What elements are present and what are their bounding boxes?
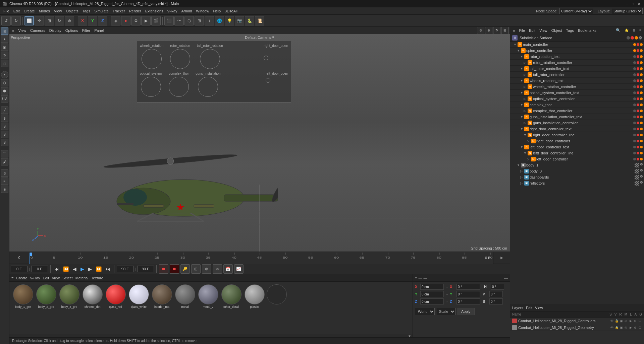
layer-play-ctrl[interactable]: ▶ [629, 319, 633, 323]
minimize-button[interactable]: ─ [625, 1, 629, 6]
scale-tool[interactable]: ⊞ [45, 16, 54, 25]
right-search-icon[interactable]: 🔍 [614, 28, 622, 33]
mat-menu-vray[interactable]: V-Ray [30, 276, 40, 280]
tree-item-ldoor-text[interactable]: ▼ N left_door_controller_text [510, 144, 644, 150]
light-tool[interactable]: 💡 [225, 16, 234, 25]
sidebar-uv[interactable]: UV [1, 95, 8, 102]
axis-x-toggle[interactable]: X [78, 16, 87, 25]
layer-render-geo[interactable]: ▣ [619, 326, 623, 330]
undo-button[interactable]: ↺ [1, 16, 11, 25]
script-btn[interactable]: 📜 [255, 16, 264, 25]
scene-tool[interactable]: 🌐 [215, 16, 224, 25]
play-end-button[interactable]: ⏭ [104, 266, 112, 272]
sidebar-spline2[interactable]: $ [1, 115, 8, 122]
scale-h-input[interactable] [491, 284, 504, 290]
viewport-options-menu[interactable]: Options [64, 28, 79, 33]
menu-view[interactable]: View [52, 8, 64, 14]
viewport-display-menu[interactable]: Display [48, 28, 63, 33]
menu-modes[interactable]: Modes [37, 8, 52, 14]
right-icon-2[interactable]: ⊕ [631, 28, 637, 32]
sidebar-select[interactable]: ⊞ [1, 27, 8, 35]
tree-item-complex-thor[interactable]: ▼ N complex_thor [510, 102, 644, 108]
mat-glass-red[interactable]: qlass_red [105, 284, 126, 308]
right-menu-tags[interactable]: Tags [565, 28, 575, 33]
tree-item-tail-text[interactable]: ▼ N tail_rotor_controller_text [510, 66, 644, 72]
layer-play-geo[interactable]: ▶ [629, 326, 633, 330]
layer-motion-ctrl[interactable]: ◎ [624, 319, 628, 323]
tree-item-spine[interactable]: ▼ N spine_controller [510, 48, 644, 54]
tree-item-rotor-ctrl[interactable]: ▷ N rotor_rotation_controller [510, 60, 644, 66]
sidebar-polys[interactable]: ⬢ [1, 87, 8, 94]
props-menu[interactable]: ≡ [415, 276, 417, 280]
layout-select[interactable]: Startup (User) [612, 8, 643, 14]
sidebar-s2[interactable]: S [1, 123, 8, 130]
viewport-nav-2[interactable]: ⊕ [485, 27, 492, 34]
mat-glass-white[interactable]: qlass_white [128, 284, 150, 308]
mat-menu-toggle[interactable]: ≡ [11, 276, 13, 280]
rot-z-input[interactable] [457, 298, 480, 304]
sidebar-brush[interactable]: ⌒ [1, 150, 8, 157]
record-key[interactable]: ⏺ [159, 264, 168, 274]
tree-item-guns-ctrl[interactable]: ▷ N guns_installation_controller [510, 120, 644, 126]
menu-3dtoall[interactable]: 3DToAll [223, 8, 239, 14]
mat-body2[interactable]: body_2_gre [35, 284, 57, 308]
hud-circle-rotor[interactable] [170, 49, 190, 69]
layer-lock-ctrl[interactable]: 🔒 [614, 319, 619, 323]
viewport-nav-1[interactable]: ⊙ [477, 27, 484, 34]
viewport-nav-3[interactable]: ↻ [493, 27, 500, 34]
mat-chrome[interactable]: chrome_det [82, 284, 103, 308]
tree-item-ldoor-ctrl[interactable]: ▷ N left_door_controller [510, 156, 644, 162]
sidebar-tool-4[interactable]: ◻ [1, 60, 8, 67]
render-settings[interactable]: ⚙ [131, 16, 141, 25]
pos-x-input[interactable] [420, 284, 444, 290]
layer-render-ctrl[interactable]: ▣ [619, 319, 623, 323]
menu-objects[interactable]: Objects [64, 8, 80, 14]
menu-create[interactable]: Create [22, 8, 37, 14]
viewport-filter-menu[interactable]: Filter [81, 28, 92, 33]
hud-circle-wheels[interactable] [142, 49, 162, 69]
anim-record[interactable]: ● [121, 16, 130, 25]
mat-body1[interactable]: body_1_gre [12, 284, 34, 308]
mat-other[interactable]: other_detail [220, 284, 242, 308]
key-sel[interactable]: ⊕ [202, 264, 211, 274]
scale-b-input[interactable] [489, 298, 503, 304]
hud-circle-optical[interactable] [141, 77, 161, 97]
scene-tree[interactable]: ▼ N main_controller ▼ N spine_controller [510, 42, 644, 304]
layer-geo-geo[interactable]: ⬡ [638, 326, 642, 330]
layers-menu-edit[interactable]: Edit [526, 306, 532, 310]
render-vp[interactable]: 🎬 [151, 16, 161, 25]
menu-simulate[interactable]: Simulate [92, 8, 111, 14]
tree-item-ldoor-line[interactable]: ▼ N leftt_door_controller_line [510, 150, 644, 156]
tree-item-rdoor-text[interactable]: ▼ N right_door_controller_text [510, 126, 644, 132]
viewport-menu-toggle[interactable]: ≡ [11, 28, 15, 33]
python-btn[interactable]: 🐍 [245, 16, 254, 25]
mat-menu-create[interactable]: Create [16, 276, 27, 280]
mat-metal[interactable]: metal [174, 284, 196, 308]
cube-tool[interactable]: ⬛ [164, 16, 174, 25]
menu-edit[interactable]: Edit [11, 8, 22, 14]
layer-row-geometry[interactable]: Combat_Helicopter_Mi_28_Rigged_Geometry … [510, 324, 644, 331]
motion-blur[interactable]: ≋ [213, 264, 222, 274]
sidebar-anim[interactable]: ≡ [1, 178, 8, 185]
start-frame-input[interactable] [31, 266, 48, 272]
sidebar-tool-1[interactable]: + [1, 36, 8, 43]
spline-tool[interactable]: 〜 [174, 16, 184, 25]
right-menu-bookmarks[interactable]: Bookmarks [577, 28, 598, 33]
sidebar-knife[interactable]: ╱ [1, 107, 8, 114]
sidebar-tool-2[interactable]: ▣ [1, 44, 8, 51]
tree-item-body3[interactable]: ▷ ▣ body_3 [510, 168, 644, 174]
layer-lock-geo[interactable]: 🔒 [614, 326, 619, 330]
mat-menu-view[interactable]: View [52, 276, 60, 280]
menu-arnold[interactable]: Arnold [179, 8, 194, 14]
hud-circle-guns[interactable] [198, 77, 218, 97]
play-next-frame[interactable]: ▶ [87, 266, 93, 272]
transform-tool[interactable]: ⊕ [65, 16, 74, 25]
hud-toggle-right[interactable] [264, 56, 268, 60]
sidebar-play[interactable]: ⊙ [1, 169, 8, 177]
viewport-cameras-menu[interactable]: Cameras [29, 28, 47, 33]
pos-z-input[interactable] [420, 298, 444, 304]
mat-plastic[interactable]: plastic [244, 284, 265, 308]
layers-menu-view[interactable]: View [535, 306, 543, 310]
rot-x-input[interactable] [457, 284, 480, 290]
tree-item-reflectors[interactable]: ▷ ▣ reflectors [510, 180, 644, 186]
